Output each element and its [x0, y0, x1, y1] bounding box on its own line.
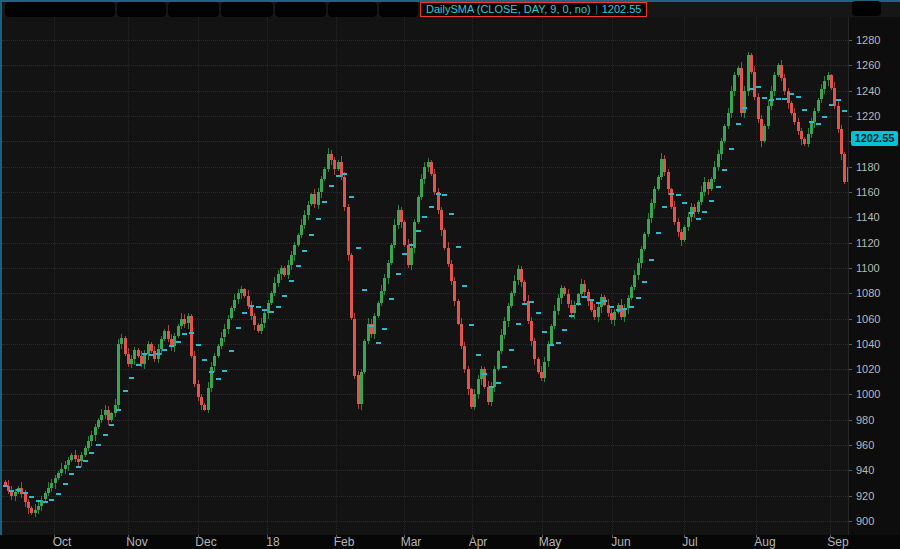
candle [530, 321, 533, 341]
candle [277, 274, 280, 283]
sma-dash [262, 309, 267, 311]
price-tick [849, 243, 852, 244]
candle [673, 207, 676, 222]
sma-dash [109, 424, 114, 426]
candle [637, 263, 640, 276]
sma-dash [569, 315, 574, 317]
candle [750, 55, 753, 72]
candle [757, 97, 760, 119]
sma-study-label[interactable]: DailySMA (CLOSE, DAY, 9, 0, no) 1202.55 [420, 2, 647, 17]
redacted-toolbar-cell[interactable] [221, 2, 273, 17]
candle [250, 306, 253, 316]
candle [400, 210, 403, 223]
month-label: Nov [126, 536, 147, 548]
candle [303, 215, 306, 225]
sma-dash [549, 344, 554, 346]
sma-dash [749, 88, 754, 90]
sma-dash [389, 298, 394, 300]
sma-dash [162, 349, 167, 351]
price-tick [849, 496, 852, 497]
candle [450, 264, 453, 281]
candle [800, 131, 803, 139]
sma-dash [582, 296, 587, 298]
candle [557, 298, 560, 311]
candle [350, 255, 353, 318]
sma-dash [722, 169, 727, 171]
candle [353, 319, 356, 376]
candle [67, 460, 70, 465]
candle [393, 225, 396, 245]
sma-dash [756, 86, 761, 88]
sma-dash [123, 390, 128, 392]
candle [573, 305, 576, 314]
candle [793, 113, 796, 122]
candle [430, 162, 433, 175]
price-label: 920 [856, 490, 874, 502]
candle [124, 338, 127, 355]
candle [590, 301, 593, 310]
sma-dash [809, 121, 814, 123]
price-label: 1040 [856, 338, 880, 350]
sma-dash [576, 303, 581, 305]
sma-dash [596, 302, 601, 304]
price-tick [849, 394, 852, 395]
study-label-divider [596, 5, 597, 15]
sma-dash [229, 350, 234, 352]
sma-dash [43, 501, 48, 503]
sma-dash [36, 500, 41, 502]
candle [513, 281, 516, 294]
price-tick [849, 420, 852, 421]
candle [293, 245, 296, 255]
price-tick [849, 344, 852, 345]
candle [533, 341, 536, 359]
candle [657, 177, 660, 190]
candle [547, 344, 550, 362]
price-tick [849, 91, 852, 92]
sma-dash [83, 460, 88, 462]
sma-dash [302, 250, 307, 252]
vertical-gridline [684, 17, 685, 535]
sma-dash [129, 377, 134, 379]
redacted-toolbar-cell[interactable] [379, 2, 418, 17]
redacted-toolbar-cell[interactable] [5, 2, 115, 17]
sma-dash [96, 444, 101, 446]
chart-header-toolbar: DailySMA (CLOSE, DAY, 9, 0, no) 1202.55 [2, 2, 900, 17]
candle [177, 326, 180, 336]
sma-dash [116, 409, 121, 411]
sma-dash [436, 193, 441, 195]
price-tick [849, 217, 852, 218]
candle [90, 435, 93, 441]
candle [37, 506, 40, 510]
candle [237, 293, 240, 299]
time-axis[interactable]: OctNovDec18FebMarAprMayJunJulAugSep [0, 535, 900, 549]
chart-canvas[interactable] [2, 17, 848, 535]
month-label: 18 [266, 536, 279, 548]
price-tick [849, 445, 852, 446]
redacted-toolbar-cell[interactable] [168, 2, 219, 17]
redacted-toolbar-cell[interactable] [275, 2, 326, 17]
candle [233, 300, 236, 309]
sma-dash [236, 327, 241, 329]
candle [130, 359, 133, 364]
candle [207, 388, 210, 410]
sma-dash [462, 285, 467, 287]
redacted-toolbar-cell[interactable] [117, 2, 166, 17]
candle [483, 369, 486, 387]
sma-dash [469, 324, 474, 326]
candle [47, 488, 50, 493]
sma-dash [29, 496, 34, 498]
sma-dash [769, 99, 774, 101]
sma-dash [616, 309, 621, 311]
sma-dash [456, 246, 461, 248]
sma-dash [729, 148, 734, 150]
sma-dash [522, 303, 527, 305]
price-axis[interactable]: 1202.55 12801260124012201200118011601140… [848, 17, 900, 535]
candle [477, 379, 480, 394]
redacted-axis-corner-label [852, 1, 881, 16]
candle [150, 344, 153, 352]
sma-dash [442, 194, 447, 196]
sma-dash [422, 216, 427, 218]
redacted-toolbar-cell[interactable] [328, 2, 377, 17]
sma-dash [9, 490, 14, 492]
price-label: 1120 [856, 237, 880, 249]
